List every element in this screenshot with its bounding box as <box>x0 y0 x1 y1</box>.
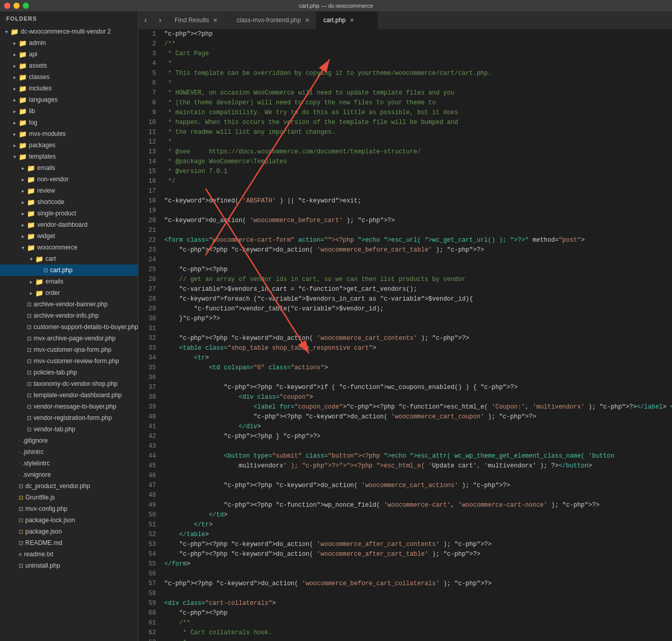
sidebar-item-vendor-tab[interactable]: ⊡ vendor-tab.php <box>0 424 138 435</box>
sidebar-item-archive-vendor-info[interactable]: ⊡ archive-vendor-info.php <box>0 310 138 321</box>
tree-arrow <box>19 186 27 195</box>
line-number: 45 <box>138 461 156 471</box>
maximize-button[interactable] <box>23 3 29 9</box>
php-file-icon: ⊡ <box>27 301 32 308</box>
tab-close-cart-php[interactable]: × <box>350 17 354 24</box>
code-content[interactable]: "c-php"><?php/** * Cart Page * * This te… <box>160 29 672 641</box>
sidebar-item-shortcode[interactable]: 📁 shortcode <box>0 196 138 208</box>
sidebar-item-gruntfile[interactable]: ⊡ Gruntfile.js <box>0 492 138 503</box>
code-line: * the readme will list any important cha… <box>164 128 672 137</box>
sidebar-item-packages[interactable]: 📁 packages <box>0 139 138 151</box>
sidebar-item-package-lock[interactable]: ⊡ package-lock.json <box>0 514 138 526</box>
code-line: <form class="woocommerce-cart-form" acti… <box>164 236 672 245</box>
sidebar-item-woocommerce[interactable]: 📁 woocommerce <box>0 242 138 253</box>
sidebar-item-mvx-customer-review[interactable]: ⊡ mvx-customer-review-form.php <box>0 355 138 367</box>
folder-icon: 📁 <box>19 62 27 70</box>
sidebar-item-mvx-archive-page[interactable]: ⊡ mvx-archive-page-vendor.php <box>0 333 138 344</box>
line-number: 25 <box>138 265 156 275</box>
sidebar-item-order[interactable]: 📁 order <box>0 287 138 299</box>
folder-icon: 📁 <box>27 164 35 172</box>
sidebar-item-mvx-config[interactable]: ⊡ mvx-config.php <box>0 503 138 514</box>
sidebar-item-classes[interactable]: 📁 classes <box>0 71 138 83</box>
sidebar-item-readme-txt[interactable]: ≡ readme.txt <box>0 549 138 560</box>
folder-icon: 📁 <box>19 142 27 149</box>
tab-cart-php[interactable]: cart.php × <box>316 11 378 29</box>
sidebar-item-log[interactable]: 📁 log <box>0 117 138 128</box>
sidebar-item-mvx-modules[interactable]: 📁 mvx-modules <box>0 128 138 139</box>
line-number: 2 <box>138 39 156 49</box>
sidebar-item-vendor-message[interactable]: ⊡ vendor-message-to-buyer.php <box>0 401 138 412</box>
line-number: 39 <box>138 402 156 412</box>
tree-label: package-lock.json <box>25 517 75 524</box>
minimize-button[interactable] <box>13 3 20 9</box>
sidebar-item-uninstall[interactable]: ⊡ uninstall.php <box>0 560 138 571</box>
sidebar-item-cart-folder[interactable]: 📁 cart <box>0 253 138 264</box>
tree-arrow <box>19 414 27 422</box>
tab-nav-prev[interactable]: ‹ <box>138 11 153 29</box>
tree-label: admin <box>29 39 46 46</box>
line-number: 15 <box>138 167 156 177</box>
sidebar-item-stylelintrc[interactable]: · .stylelintrc <box>0 458 138 469</box>
sidebar-item-dc-product-vendor[interactable]: ⊡ dc_product_vendor.php <box>0 480 138 492</box>
tab-class-mvx[interactable]: class-mvx-frontend.php × <box>229 11 316 29</box>
sidebar-item-widget[interactable]: 📁 widget <box>0 230 138 242</box>
sidebar-item-archive-vendor-banner[interactable]: ⊡ archive-vendor-banner.php <box>0 299 138 310</box>
sidebar-item-non-vendor[interactable]: 📁 non-vendor <box>0 174 138 185</box>
sidebar-item-emails2[interactable]: 📁 emails <box>0 276 138 287</box>
line-number: 60 <box>138 608 156 618</box>
tree-label: dc_product_vendor.php <box>25 482 90 490</box>
sidebar-item-vendor-dashboard[interactable]: 📁 vendor-dashboard <box>0 219 138 230</box>
sidebar-item-admin[interactable]: 📁 admin <box>0 37 138 49</box>
line-number: 38 <box>138 393 156 402</box>
code-line: * @package WooCommerce\Templates <box>164 157 672 167</box>
tree-label: api <box>29 51 37 58</box>
code-line <box>164 255 672 265</box>
code-editor[interactable]: 1234567891011121314151617181920212223242… <box>138 29 672 641</box>
tab-find-results[interactable]: Find Results × <box>167 11 229 29</box>
code-line <box>164 324 672 334</box>
sidebar-item-svnignore[interactable]: · .svnignore <box>0 469 138 480</box>
sidebar-item-package-json[interactable]: ⊡ package.json <box>0 526 138 537</box>
sidebar-item-lib[interactable]: 📁 lib <box>0 105 138 117</box>
tree-label: .svnignore <box>22 471 51 478</box>
sidebar-item-cart-php[interactable]: ⊡ cart.php <box>0 264 138 276</box>
sidebar-item-customer-support[interactable]: ⊡ customer-support-details-to-buyer.php <box>0 321 138 333</box>
sidebar-item-assets[interactable]: 📁 assets <box>0 60 138 71</box>
sidebar-item-review[interactable]: 📁 review <box>0 185 138 196</box>
sidebar-item-templates[interactable]: 📁 templates <box>0 151 138 162</box>
sidebar-item-template-vendor-dashboard[interactable]: ⊡ template-vendor-dashboard.php <box>0 389 138 401</box>
tree-arrow <box>10 39 19 47</box>
code-line <box>164 206 672 216</box>
sidebar-item-jshintrc[interactable]: · .jshintrc <box>0 446 138 458</box>
sidebar-item-mvx-customer-qna[interactable]: ⊡ mvx-customer-qna-form.php <box>0 344 138 355</box>
sidebar-item-root[interactable]: 📁 dc-woocommerce-multi-vendor 2 <box>0 26 138 37</box>
line-number: 9 <box>138 108 156 118</box>
php-file-icon: ⊡ <box>27 426 32 433</box>
sidebar-item-policies-tab[interactable]: ⊡ policies-tab.php <box>0 367 138 378</box>
tab-bar: ‹ › Find Results × class-mvx-frontend.ph… <box>138 11 672 29</box>
close-button[interactable] <box>4 3 10 9</box>
sidebar-item-vendor-registration[interactable]: ⊡ vendor-registration-form.php <box>0 412 138 424</box>
sidebar-item-emails[interactable]: 📁 emails <box>0 162 138 174</box>
md-file-icon: ⊡ <box>19 540 23 546</box>
code-line: "c-php"><?php "c-keyword">do_action( 'wo… <box>164 540 672 550</box>
sidebar-item-readme-md[interactable]: ⊡ README.md <box>0 537 138 549</box>
tab-close-find-results[interactable]: × <box>213 17 217 24</box>
tree-arrow <box>10 482 19 490</box>
code-line: * <box>164 59 672 69</box>
line-number: 62 <box>138 628 156 638</box>
tab-nav-next[interactable]: › <box>153 11 167 29</box>
tree-label: archive-vendor-info.php <box>34 312 99 319</box>
line-number: 53 <box>138 540 156 550</box>
tab-close-class-mvx[interactable]: × <box>305 17 309 24</box>
code-line: "c-php"><?php "c-keyword">do_action( 'wo… <box>164 334 672 343</box>
line-number: 48 <box>138 491 156 501</box>
tree-label: templates <box>29 153 56 160</box>
sidebar-item-gitignore[interactable]: · .gitignore <box>0 435 138 446</box>
sidebar-item-api[interactable]: 📁 api <box>0 49 138 60</box>
sidebar-item-single-product[interactable]: 📁 single-product <box>0 208 138 219</box>
folder-icon: 📁 <box>35 289 43 297</box>
sidebar-item-includes[interactable]: 📁 includes <box>0 83 138 94</box>
sidebar-item-languages[interactable]: 📁 languages <box>0 94 138 105</box>
sidebar-item-taxonomy-dc[interactable]: ⊡ taxonomy-dc-vendor-shop.php <box>0 378 138 389</box>
